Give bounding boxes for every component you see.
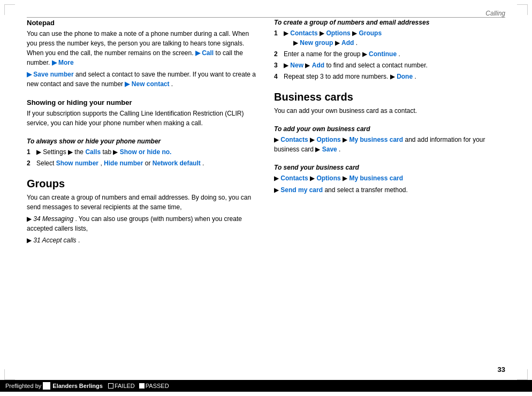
- corner-mark-tl: [4, 4, 15, 15]
- main-content: Notepad You can use the phone to make a …: [27, 19, 505, 369]
- left-column: Notepad You can use the phone to make a …: [27, 19, 258, 369]
- header-title: Calling: [485, 10, 505, 17]
- business-cards-section: Business cards You can add your own busi…: [274, 91, 505, 116]
- logo-text: Elanders Berlings: [52, 383, 103, 389]
- add-business-section: To add your own business card ▶ Contacts…: [274, 125, 505, 154]
- groups-note1: ▶ 34 Messaging . You can also use groups…: [27, 214, 258, 233]
- add-business-body: ▶ Contacts ▶ Options ▶ My business card …: [274, 135, 505, 154]
- list-item: 3 ▶ New ▶ Add to find and select a conta…: [274, 60, 505, 70]
- logo-box: [43, 382, 50, 390]
- failed-label: FAILED: [115, 383, 135, 389]
- corner-mark-bl: [4, 369, 15, 380]
- failed-checkbox: [108, 383, 113, 389]
- list-item: 4 Repeat step 3 to add more numbers. ▶ D…: [274, 72, 505, 81]
- create-group-section: To create a group of numbers and email a…: [274, 19, 505, 81]
- groups-title: Groups: [27, 178, 258, 190]
- notepad-title: Notepad: [27, 19, 258, 27]
- list-item: 1 ▶ Settings ▶ the Calls tab ▶ Show or h…: [27, 147, 258, 157]
- business-cards-body: You can add your own business card as a …: [274, 106, 505, 116]
- passed-checkbox: [139, 383, 145, 389]
- add-business-title: To add your own business card: [274, 125, 505, 133]
- notepad-body: You can use the phone to make a note of …: [27, 29, 258, 67]
- preflight-logo: Elanders Berlings: [43, 382, 103, 390]
- always-show-title: To always show or hide your phone number: [27, 138, 258, 145]
- passed-label: PASSED: [146, 383, 169, 389]
- bottom-bar: Preflighted by Elanders Berlings FAILED …: [0, 380, 532, 392]
- groups-body: You can create a group of numbers and em…: [27, 193, 258, 212]
- list-item: 2 Enter a name for the group ▶ Continue …: [274, 49, 505, 59]
- list-item: 2 Select Show number , Hide number or Ne…: [27, 158, 258, 168]
- list-item: 1 ▶ Contacts ▶ Options ▶ Groups ▶ New gr…: [274, 28, 505, 48]
- send-business-body1: ▶ Contacts ▶ Options ▶ My business card: [274, 173, 505, 183]
- corner-mark-tr: [517, 4, 528, 15]
- notepad-section: Notepad You can use the phone to make a …: [27, 19, 258, 89]
- create-group-list: 1 ▶ Contacts ▶ Options ▶ Groups ▶ New gr…: [274, 28, 505, 81]
- right-column: To create a group of numbers and email a…: [274, 19, 505, 369]
- showing-section: Showing or hiding your number If your su…: [27, 98, 258, 128]
- send-business-section: To send your business card ▶ Contacts ▶ …: [274, 164, 505, 195]
- showing-body: If your subscription supports the Callin…: [27, 109, 258, 128]
- always-show-section: To always show or hide your phone number…: [27, 138, 258, 168]
- create-group-title: To create a group of numbers and email a…: [274, 19, 505, 26]
- header-divider: [27, 17, 505, 18]
- preflight-text: Preflighted by: [5, 383, 41, 389]
- page-header: Calling: [485, 10, 505, 17]
- business-cards-title: Business cards: [274, 91, 505, 103]
- groups-section: Groups You can create a group of numbers…: [27, 178, 258, 245]
- failed-box: FAILED: [108, 383, 135, 389]
- groups-note2: ▶ 31 Accept calls .: [27, 235, 258, 245]
- send-business-body2: ▶ Send my card and select a transfer met…: [274, 185, 505, 195]
- send-business-title: To send your business card: [274, 164, 505, 171]
- page: Calling 33 Notepad You can use the phone…: [0, 0, 532, 396]
- showing-title: Showing or hiding your number: [27, 98, 258, 106]
- corner-mark-br: [517, 369, 528, 380]
- notepad-body2: ▶ Save number and select a contact to sa…: [27, 70, 258, 89]
- always-show-list: 1 ▶ Settings ▶ the Calls tab ▶ Show or h…: [27, 147, 258, 168]
- passed-box: PASSED: [139, 383, 169, 389]
